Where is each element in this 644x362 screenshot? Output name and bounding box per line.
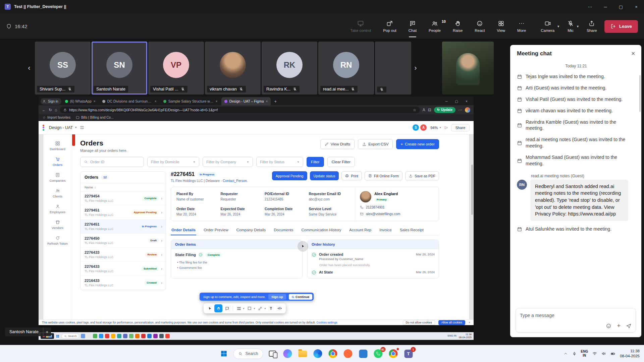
tab-invoice[interactable]: Invoice <box>379 226 392 235</box>
order-row[interactable]: 2276433TL Flex Holdings LLC Submitted › <box>80 262 166 276</box>
sidebar-item-orders[interactable]: Orders <box>43 154 72 169</box>
video-tile-partial[interactable] <box>375 42 411 95</box>
take-control-button[interactable]: Take control <box>350 20 371 33</box>
video-tile-vikram[interactable]: vikram chavan <box>205 42 261 95</box>
sign-up-button[interactable]: Sign up <box>268 294 286 300</box>
app-icon[interactable] <box>165 334 170 338</box>
browser-minimize-button[interactable]: ─ <box>441 100 451 103</box>
app-icon[interactable] <box>117 334 121 338</box>
chat-message-input[interactable] <box>520 313 632 318</box>
filter-button[interactable]: Filter <box>307 157 324 167</box>
app-icon[interactable] <box>123 334 127 338</box>
taskbar-search[interactable]: Search <box>233 349 263 359</box>
save-as-pdf-button[interactable]: Save as PDF <box>405 171 439 180</box>
figma-logo-icon[interactable] <box>43 125 44 131</box>
task-view-button[interactable] <box>267 348 278 359</box>
chat-message-list[interactable]: Today 11:21 Tejas Ingle was invited to t… <box>510 60 641 305</box>
figma-doc-title[interactable]: Design - UAT ▼ <box>49 125 77 130</box>
order-row[interactable]: 2276450TL Flex Holdings LLC Draft › <box>80 234 166 248</box>
collaborator-avatar[interactable]: S <box>412 124 419 131</box>
approval-pending-button[interactable]: Approval Pending <box>272 171 307 180</box>
tray-mic-icon[interactable] <box>572 352 577 356</box>
chat-scrollbar[interactable] <box>639 75 641 112</box>
refresh-icon[interactable]: ↻ <box>49 108 52 112</box>
battery-icon[interactable] <box>610 351 615 356</box>
app-icon[interactable] <box>147 334 152 338</box>
sidebar-item-vendors[interactable]: Vendors <box>43 217 72 232</box>
chrome-icon[interactable] <box>327 348 338 359</box>
contact-email[interactable]: alex@vstatefilings.com <box>360 212 434 216</box>
volume-icon[interactable] <box>601 351 606 356</box>
chrome-profile-icon[interactable] <box>387 348 399 359</box>
view-button[interactable]: View <box>497 20 505 33</box>
frame-tool-icon[interactable] <box>235 304 243 312</box>
video-tile-santosh[interactable]: SN Santosh Narate <box>92 42 147 95</box>
close-icon[interactable]: ✕ <box>631 51 635 57</box>
app-icon[interactable] <box>87 334 91 338</box>
browser-menu-icon[interactable]: ⋯ <box>458 108 462 112</box>
people-button[interactable]: 10 People <box>429 20 441 33</box>
tab-order-details[interactable]: Order Details <box>171 226 196 235</box>
react-button[interactable]: React <box>475 20 485 33</box>
contact-phone[interactable]: 2123874901 <box>360 205 434 209</box>
split-screen-icon[interactable]: ⊟ <box>428 108 431 112</box>
send-icon[interactable] <box>626 323 632 329</box>
cookie-close-icon[interactable]: × <box>469 321 470 324</box>
zoom-control[interactable]: 94% ▼ <box>430 126 441 130</box>
video-tile-shivani[interactable]: SS Shivani Sup... <box>35 42 91 95</box>
browser-tab-whatsapp[interactable]: (6) WhatsApp × <box>62 97 99 105</box>
chat-button[interactable]: Chat <box>409 20 417 33</box>
teams-icon[interactable]: T 1 <box>402 348 414 359</box>
update-status-button[interactable]: Update status <box>310 171 339 180</box>
strip-next-button[interactable]: › <box>411 64 420 72</box>
chevron-down-icon[interactable]: ▼ <box>253 307 256 310</box>
browser-avatar[interactable] <box>465 107 470 113</box>
read-aloud-icon[interactable]: A <box>423 108 425 112</box>
figma-canvas[interactable]: Dashboard Orders Companies <box>39 134 474 319</box>
figma-share-button[interactable]: Share <box>451 124 470 131</box>
tab-close-icon[interactable]: × <box>266 100 268 103</box>
tab-close-icon[interactable]: × <box>155 100 157 103</box>
export-csv-button[interactable]: Export CSV <box>358 139 393 149</box>
back-icon[interactable]: ← <box>42 108 46 112</box>
tab-account-rep[interactable]: Account Rep <box>348 226 372 235</box>
comment-tool-icon[interactable] <box>223 304 231 312</box>
language-switcher[interactable]: ENGIN <box>581 350 588 358</box>
search-box[interactable]: Search <box>61 334 79 339</box>
tab-sales-receipt[interactable]: Sales Receipt <box>399 226 424 235</box>
video-tile-camera-on[interactable] <box>442 42 494 95</box>
collaborator-avatar[interactable]: A <box>420 124 427 131</box>
attach-plus-icon[interactable]: + <box>617 322 621 329</box>
sidebar-item-dashboard[interactable]: Dashboard <box>43 138 72 154</box>
pop-out-button[interactable]: Pop out <box>383 20 396 33</box>
window-more-button[interactable]: ⋯ <box>582 0 598 13</box>
leave-button[interactable]: Leave <box>604 20 638 33</box>
mic-chevron-icon[interactable]: ▼ <box>576 25 579 28</box>
home-icon[interactable]: ⌂ <box>55 108 57 112</box>
canvas-scrollbar[interactable] <box>471 165 473 215</box>
continue-with-google-button[interactable]: G Continue <box>289 294 313 300</box>
browser-profile-chip[interactable]: Sign in <box>41 98 61 105</box>
tab-documents[interactable]: Documents <box>273 226 294 235</box>
order-row[interactable]: 2279451TL Flex Holdings LLC Approval Pen… <box>80 205 166 220</box>
shape-tool-icon[interactable] <box>246 304 254 312</box>
app-icon[interactable] <box>129 334 133 338</box>
video-tile-vishal[interactable]: VP Vishal Patil ... <box>148 42 204 95</box>
start-button[interactable] <box>218 348 229 359</box>
window-close-button[interactable]: × <box>629 0 644 13</box>
file-explorer-icon[interactable] <box>297 348 308 359</box>
order-row[interactable]: 2279454TL Flex Holdings LLC Complete › <box>80 191 166 205</box>
create-new-order-button[interactable]: + Create new order <box>396 139 439 149</box>
tray-chevron-icon[interactable] <box>564 352 568 356</box>
chevron-down-icon[interactable]: ▼ <box>264 307 266 310</box>
app-icon[interactable] <box>81 334 85 338</box>
hand-tool-icon[interactable] <box>214 304 222 312</box>
app-icon[interactable] <box>141 334 146 338</box>
app-icon[interactable] <box>159 334 164 338</box>
order-id-search[interactable] <box>80 157 144 167</box>
more-button[interactable]: More <box>517 20 526 33</box>
sidebar-item-companies[interactable]: Companies <box>43 170 72 185</box>
filter-domicile-select[interactable]: Filter by Domicile ▼ <box>147 157 199 167</box>
app-icon[interactable] <box>99 334 103 338</box>
camera-chevron-icon[interactable]: ▼ <box>557 25 560 28</box>
